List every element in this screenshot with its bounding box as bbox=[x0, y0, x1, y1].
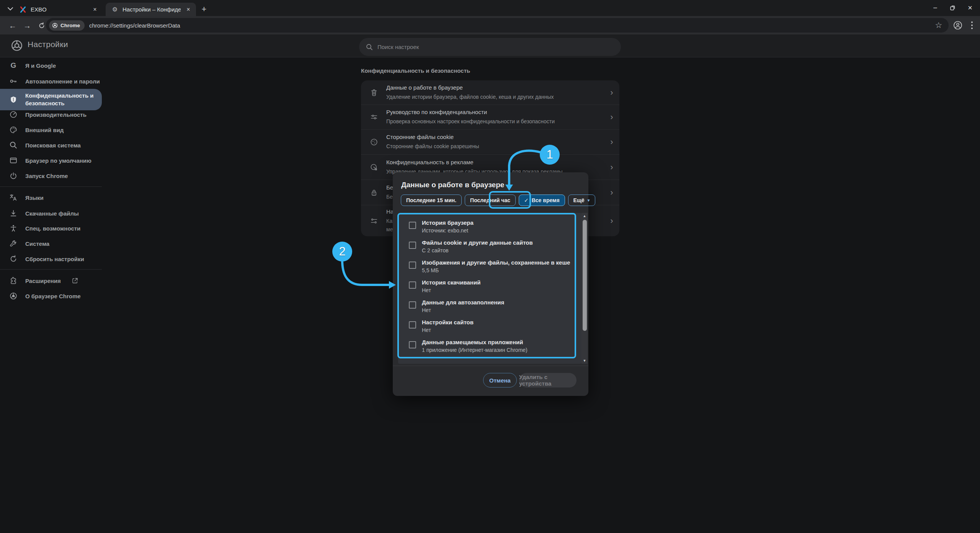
chevron-right-icon: › bbox=[604, 188, 619, 198]
sidebar-item-about-chrome[interactable]: О браузере Chrome bbox=[0, 288, 102, 304]
sidebar-item-search-engine[interactable]: Поисковая система bbox=[0, 137, 102, 153]
chevron-down-icon bbox=[8, 7, 13, 11]
sidebar-item-extensions[interactable]: Расширения bbox=[0, 273, 102, 288]
chevron-right-icon: › bbox=[604, 137, 619, 147]
gear-icon: ⚙ bbox=[111, 6, 119, 13]
chip-last-hour[interactable]: Последний час bbox=[465, 195, 516, 206]
chrome-logo-icon bbox=[9, 292, 18, 300]
checkbox[interactable] bbox=[409, 222, 416, 229]
row-privacy-guide[interactable]: Руководство по конфиденциальностиПроверк… bbox=[361, 105, 619, 129]
sidebar-divider bbox=[0, 186, 102, 187]
sidebar-item-languages[interactable]: Языки bbox=[0, 190, 102, 205]
row-clear-browsing-data[interactable]: Данные о работе в браузереУдаление истор… bbox=[361, 80, 619, 105]
scroll-up-icon[interactable]: ▲ bbox=[583, 213, 586, 219]
list-item-browsing-history[interactable]: История браузера Источник: exbo.net bbox=[398, 219, 574, 239]
sidebar-item-default-browser[interactable]: Браузер по умолчанию bbox=[0, 153, 102, 168]
omnibox[interactable]: Chrome bbox=[46, 18, 949, 33]
tab-close-icon[interactable]: × bbox=[184, 5, 193, 14]
row-title: Руководство по конфиденциальности bbox=[386, 109, 487, 115]
tab-title: Настройки – Конфиденциальн bbox=[122, 6, 181, 13]
chevron-right-icon: › bbox=[604, 162, 619, 172]
sidebar-item-autofill[interactable]: Автозаполнение и пароли bbox=[0, 74, 102, 89]
settings-search[interactable] bbox=[359, 38, 621, 56]
list-item-hosted-app-data[interactable]: Данные размещаемых приложений 1 приложен… bbox=[398, 338, 574, 358]
chip-label: Chrome bbox=[60, 23, 80, 28]
page-title: Настройки bbox=[28, 40, 68, 49]
trash-icon bbox=[369, 88, 379, 97]
chrome-chip[interactable]: Chrome bbox=[49, 20, 85, 31]
browser-menu-button[interactable] bbox=[968, 20, 976, 31]
list-item-autofill-data[interactable]: Данные для автозаполнения Нет bbox=[398, 298, 574, 318]
key-icon bbox=[9, 77, 18, 85]
annotation-step-1: 1 bbox=[540, 145, 560, 165]
screen: EXBO × ⚙ Настройки – Конфиденциальн × + … bbox=[0, 0, 980, 533]
magnifier-icon bbox=[9, 141, 18, 149]
window-minimize-button[interactable]: – bbox=[927, 0, 944, 15]
checkbox[interactable] bbox=[409, 262, 416, 269]
chrome-logo-icon bbox=[52, 23, 58, 28]
sidebar-item-me-and-google[interactable]: G Я и Google bbox=[0, 58, 102, 73]
sidebar-item-accessibility[interactable]: Спец. возможности bbox=[0, 221, 102, 236]
row-subtitle: Сторонние файлы cookie разрешены bbox=[386, 142, 604, 150]
back-button[interactable]: ← bbox=[7, 20, 18, 31]
translate-icon bbox=[9, 193, 18, 202]
sidebar-item-appearance[interactable]: Внешний вид bbox=[0, 122, 102, 137]
sidebar-item-startup[interactable]: Запуск Chrome bbox=[0, 168, 102, 183]
search-icon bbox=[366, 44, 373, 51]
window-restore-button[interactable] bbox=[944, 0, 961, 15]
scrollbar[interactable]: ▲ ▼ bbox=[581, 213, 588, 364]
scrollbar-thumb[interactable] bbox=[583, 220, 587, 331]
clear-browsing-data-dialog: Данные о работе в браузере Последние 15 … bbox=[393, 172, 588, 396]
chip-more[interactable]: Ещё ▾ bbox=[568, 195, 595, 206]
download-icon bbox=[9, 209, 18, 217]
url-input[interactable] bbox=[89, 22, 949, 29]
row-title: Данные о работе в браузере bbox=[386, 84, 463, 91]
puzzle-icon bbox=[9, 276, 18, 285]
speedometer-icon bbox=[9, 110, 18, 119]
cancel-button[interactable]: Отмена bbox=[483, 373, 517, 387]
row-title: Конфиденциальность в рекламе bbox=[386, 159, 474, 165]
sidebar-item-downloads[interactable]: Скачанные файлы bbox=[0, 206, 102, 221]
chip-last-15-min[interactable]: Последние 15 мин. bbox=[401, 195, 462, 206]
row-title: Сторонние файлы cookie bbox=[386, 134, 454, 140]
sidebar-item-performance[interactable]: Производительность bbox=[0, 107, 102, 122]
forward-button[interactable]: → bbox=[21, 20, 33, 31]
profile-avatar[interactable] bbox=[952, 20, 963, 31]
palette-icon bbox=[9, 126, 18, 134]
row-subtitle: Удаление истории браузера, файлов cookie… bbox=[386, 93, 604, 101]
checkbox[interactable] bbox=[409, 321, 416, 329]
shield-icon bbox=[9, 95, 18, 104]
dialog-title: Данные о работе в браузере bbox=[401, 181, 504, 189]
sidebar-item-system[interactable]: Система bbox=[0, 236, 102, 251]
tune-icon bbox=[369, 113, 379, 122]
window-close-button[interactable]: × bbox=[962, 0, 978, 15]
checkbox[interactable] bbox=[409, 301, 416, 309]
row-third-party-cookies[interactable]: Сторонние файлы cookieСторонние файлы co… bbox=[361, 129, 619, 154]
list-item-cached-files[interactable]: Изображения и другие файлы, сохраненные … bbox=[398, 258, 574, 278]
caret-down-icon: ▾ bbox=[588, 198, 590, 203]
chevron-right-icon: › bbox=[604, 88, 619, 98]
section-title: Конфиденциальность и безопасность bbox=[361, 67, 470, 74]
list-item-cookies[interactable]: Файлы cookie и другие данные сайтов С 2 … bbox=[398, 239, 574, 258]
chip-all-time[interactable]: ✓ Все время bbox=[519, 195, 565, 206]
checkbox[interactable] bbox=[409, 281, 416, 289]
sidebar-divider bbox=[0, 269, 102, 270]
chevron-right-icon: › bbox=[604, 216, 619, 226]
delete-from-device-button[interactable]: Удалить с устройства bbox=[519, 373, 577, 387]
list-item-site-settings[interactable]: Настройки сайтов Нет bbox=[398, 318, 574, 338]
tab-close-icon[interactable]: × bbox=[90, 5, 100, 14]
sidebar-item-reset[interactable]: Сбросить настройки bbox=[0, 251, 102, 266]
bookmark-star-icon[interactable]: ☆ bbox=[933, 20, 944, 31]
new-tab-button[interactable]: + bbox=[198, 3, 210, 15]
search-input[interactable] bbox=[377, 44, 614, 50]
exbo-logo-icon bbox=[19, 6, 27, 13]
list-item-download-history[interactable]: История скачиваний Нет bbox=[398, 278, 574, 298]
tab-exbo[interactable]: EXBO × bbox=[14, 3, 103, 16]
restore-icon bbox=[950, 5, 955, 10]
dialog-footer-divider bbox=[393, 366, 588, 366]
checkbox[interactable] bbox=[409, 242, 416, 249]
tab-settings[interactable]: ⚙ Настройки – Конфиденциальн × bbox=[106, 3, 196, 16]
scroll-down-icon[interactable]: ▼ bbox=[583, 358, 586, 364]
lock-icon bbox=[369, 188, 379, 197]
checkbox[interactable] bbox=[409, 341, 416, 348]
